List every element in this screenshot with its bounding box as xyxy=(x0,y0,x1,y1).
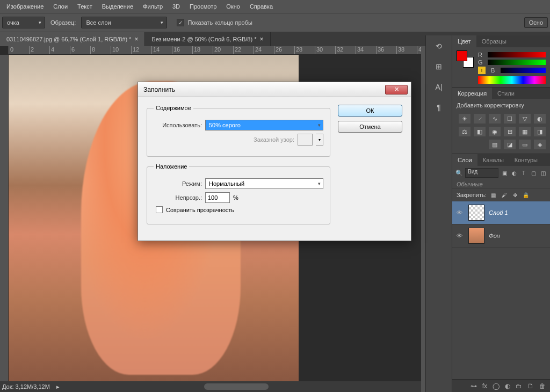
link-icon[interactable]: ⊶ xyxy=(471,382,477,390)
lock-pixels-icon[interactable]: 🖌 xyxy=(501,191,508,199)
menu-text[interactable]: Текст xyxy=(77,3,92,10)
arrow-right-icon[interactable]: ▸ xyxy=(56,383,60,390)
vibrance-icon[interactable]: ▽ xyxy=(519,114,531,124)
options-drop-1[interactable]: очка xyxy=(2,17,45,28)
lock-position-icon[interactable]: ✥ xyxy=(511,191,519,199)
blend-mode-dropdown[interactable]: Обычные xyxy=(452,180,550,188)
photo-filter-icon[interactable]: ◉ xyxy=(489,127,501,136)
brightness-icon[interactable]: ☀ xyxy=(459,114,471,124)
group-icon[interactable]: 🗀 xyxy=(516,382,522,390)
paragraph-icon[interactable]: ¶ xyxy=(433,102,445,113)
opacity-input[interactable] xyxy=(205,192,230,203)
selective-color-icon[interactable]: ◈ xyxy=(534,140,546,149)
bw-icon[interactable]: ◧ xyxy=(474,127,486,136)
layer-filter-dropdown[interactable]: Вид xyxy=(465,168,498,178)
delete-icon[interactable]: 🗑 xyxy=(539,382,546,390)
tab-channels[interactable]: Каналы xyxy=(477,154,509,166)
layer-thumbnail[interactable] xyxy=(468,228,484,244)
menu-help[interactable]: Справка xyxy=(250,3,273,10)
use-dropdown[interactable]: 50% серого xyxy=(205,120,323,130)
menu-image[interactable]: Изображение xyxy=(6,3,44,10)
close-button[interactable]: ✕ xyxy=(385,85,408,95)
g-slider[interactable] xyxy=(488,60,546,65)
levels-icon[interactable]: ⟋ xyxy=(474,114,486,124)
layer-name[interactable]: Слой 1 xyxy=(489,209,546,216)
menu-view[interactable]: Просмотр xyxy=(190,3,216,10)
adjustments-panel-tabs: Коррекция Стили xyxy=(452,87,550,99)
filter-adj-icon[interactable]: ◐ xyxy=(510,169,518,177)
tab-paths[interactable]: Контуры xyxy=(509,154,543,166)
menu-filter[interactable]: Фильтр xyxy=(143,3,163,10)
layer-thumbnail[interactable] xyxy=(468,205,484,221)
use-label: Использовать: xyxy=(154,122,202,128)
visibility-icon[interactable]: 👁 xyxy=(457,209,464,216)
tab-layers[interactable]: Слои xyxy=(452,154,477,166)
dialog-titlebar[interactable]: Заполнить ✕ xyxy=(138,82,411,97)
lock-all-icon[interactable]: 🔒 xyxy=(522,191,530,199)
scrollbar-horizontal[interactable]: Док: 3,12M/3,12M ▸ xyxy=(0,381,421,392)
menu-window[interactable]: Окно xyxy=(226,3,240,10)
sample-dropdown[interactable]: Все слои xyxy=(81,17,167,28)
filter-smart-icon[interactable]: ◫ xyxy=(539,169,547,177)
character-icon[interactable]: A| xyxy=(433,82,445,92)
doc-size-label: Док: 3,12M/3,12M xyxy=(2,383,50,390)
balance-icon[interactable]: ⚖ xyxy=(459,127,471,136)
fx-icon[interactable]: fx xyxy=(482,382,487,390)
menu-select[interactable]: Выделение xyxy=(102,3,133,10)
adjustment-layer-icon[interactable]: ◐ xyxy=(505,382,510,390)
lookup-icon[interactable]: ▦ xyxy=(519,127,531,136)
foreground-background-swatches[interactable] xyxy=(457,50,474,68)
mode-dropdown[interactable]: Нормальный xyxy=(205,178,323,189)
close-icon[interactable]: × xyxy=(259,35,263,43)
layer-name[interactable]: Фон xyxy=(489,233,546,239)
doc-tab-1[interactable]: 03110496827.jpg @ 66,7% (Слой 1, RGB/8#)… xyxy=(0,32,145,46)
adjustments-title: Добавить корректировку xyxy=(457,102,546,108)
lock-label: Закрепить: xyxy=(457,192,487,198)
mask-icon[interactable]: ◯ xyxy=(493,382,500,390)
filter-pic-icon[interactable]: ▣ xyxy=(501,169,508,177)
tab-styles[interactable]: Стили xyxy=(492,88,520,99)
color-spectrum[interactable] xyxy=(478,76,546,84)
layer-item[interactable]: 👁 Слой 1 xyxy=(452,201,550,224)
show-ring-checkbox[interactable] xyxy=(177,19,184,26)
lock-transparency-icon[interactable]: ▦ xyxy=(490,191,497,199)
sample-label: Образец: xyxy=(50,19,76,26)
history-icon[interactable]: ⟲ xyxy=(433,41,445,52)
channel-mixer-icon[interactable]: ⊞ xyxy=(504,127,516,136)
layer-item[interactable]: 👁 Фон xyxy=(452,224,550,248)
scroll-thumb[interactable] xyxy=(204,383,269,390)
tab-swatches[interactable]: Образцы xyxy=(476,35,512,47)
preserve-transparency-checkbox[interactable] xyxy=(156,206,163,213)
curves-icon[interactable]: ∿ xyxy=(489,114,501,124)
menu-3d[interactable]: 3D xyxy=(172,3,180,10)
close-icon[interactable]: × xyxy=(134,35,138,43)
doc-tab-2[interactable]: Без имени-2 @ 50% (Слой 6, RGB/8) * × xyxy=(145,32,270,46)
tab-color[interactable]: Цвет xyxy=(452,35,476,47)
filter-shape-icon[interactable]: ▢ xyxy=(530,169,537,177)
search-icon[interactable]: 🔍 xyxy=(455,170,463,177)
warning-icon[interactable]: ! xyxy=(478,67,486,74)
gradient-map-icon[interactable]: ▭ xyxy=(519,140,531,149)
options-right-button[interactable]: Осно xyxy=(524,17,548,28)
threshold-icon[interactable]: ◪ xyxy=(504,140,516,149)
ruler-vertical xyxy=(0,55,9,381)
adjustments-icons: ☀ ⟋ ∿ ☐ ▽ ◐ ⚖ ◧ ◉ ⊞ ▦ ◨ ▤ ◪ ▭ ◈ xyxy=(452,112,550,154)
tab-adjustments[interactable]: Коррекция xyxy=(452,88,492,99)
r-slider[interactable] xyxy=(488,52,546,57)
opacity-unit: % xyxy=(233,194,238,201)
foreground-color[interactable] xyxy=(457,50,467,61)
visibility-icon[interactable]: 👁 xyxy=(457,233,464,239)
new-layer-icon[interactable]: 🗋 xyxy=(527,382,534,390)
filter-type-icon[interactable]: T xyxy=(520,169,527,177)
properties-icon[interactable]: ⊞ xyxy=(433,61,445,72)
ok-button[interactable]: ОК xyxy=(338,105,402,117)
cancel-button[interactable]: Отмена xyxy=(338,121,402,133)
right-panels: Цвет Образцы R G !B Коррекция Стили Доба… xyxy=(452,35,550,392)
posterize-icon[interactable]: ▤ xyxy=(489,140,501,149)
layers-panel: Слои Каналы Контуры 🔍 Вид ▣ ◐ T ▢ ◫ Обыч… xyxy=(452,154,550,392)
hue-icon[interactable]: ◐ xyxy=(534,114,546,124)
invert-icon[interactable]: ◨ xyxy=(534,127,546,136)
menu-layers[interactable]: Слои xyxy=(53,3,68,10)
exposure-icon[interactable]: ☐ xyxy=(504,114,516,124)
b-slider[interactable] xyxy=(501,68,546,73)
